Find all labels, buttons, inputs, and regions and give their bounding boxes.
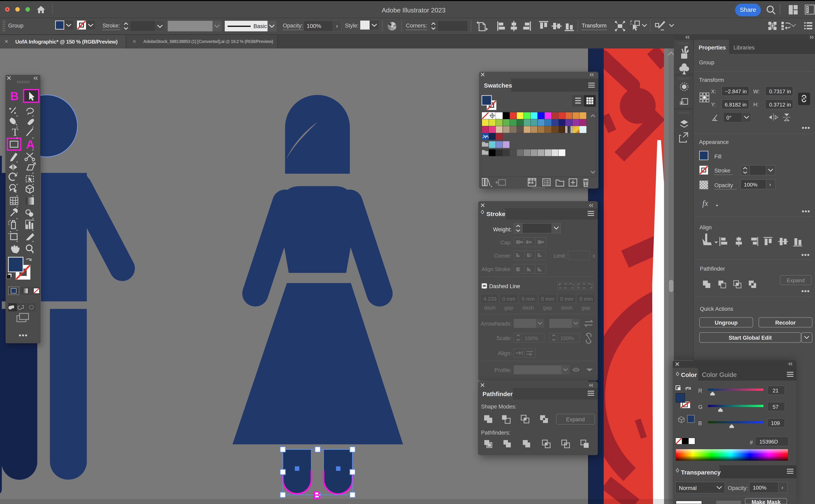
svg-text:Expand: Expand bbox=[787, 277, 805, 283]
svg-text:›: › bbox=[781, 484, 783, 491]
svg-text:R: R bbox=[698, 388, 702, 394]
svg-text:fx: fx bbox=[702, 199, 708, 208]
svg-text:Fill: Fill bbox=[714, 154, 722, 160]
svg-text:Start Global Edit: Start Global Edit bbox=[729, 335, 772, 341]
svg-text:100%: 100% bbox=[753, 485, 767, 491]
svg-text:0.3712 in: 0.3712 in bbox=[769, 102, 791, 108]
svg-text:0 mm: 0 mm bbox=[541, 296, 554, 302]
svg-text:Stroke: Stroke bbox=[714, 168, 730, 174]
svg-text:Y:: Y: bbox=[711, 101, 716, 108]
svg-text:Weight:: Weight: bbox=[493, 226, 512, 233]
svg-text:Pathfinders:: Pathfinders: bbox=[481, 430, 511, 436]
svg-text:21: 21 bbox=[773, 388, 779, 394]
svg-text:Profile:: Profile: bbox=[495, 367, 512, 373]
svg-text:Scale:: Scale: bbox=[496, 335, 512, 341]
svg-text:B: B bbox=[698, 420, 702, 426]
svg-text:Transparency: Transparency bbox=[681, 469, 721, 476]
svg-text:0 mm: 0 mm bbox=[560, 296, 573, 302]
svg-text:Expand: Expand bbox=[566, 416, 585, 423]
svg-text:Normal: Normal bbox=[679, 485, 697, 491]
svg-text:Color Guide: Color Guide bbox=[702, 371, 737, 378]
svg-text:gap: gap bbox=[504, 305, 513, 311]
svg-text:T: T bbox=[12, 126, 18, 138]
svg-text:gap: gap bbox=[543, 305, 552, 311]
svg-text:Transform: Transform bbox=[699, 77, 724, 83]
svg-text:0 mm: 0 mm bbox=[580, 296, 593, 302]
svg-text:Shape Modes:: Shape Modes: bbox=[481, 404, 517, 410]
svg-text:Opacity:: Opacity: bbox=[728, 485, 748, 491]
svg-text:dash: dash bbox=[523, 305, 534, 311]
svg-text:Align Stroke:: Align Stroke: bbox=[482, 266, 512, 272]
svg-text:A: A bbox=[26, 138, 35, 151]
svg-text:0.7317 in: 0.7317 in bbox=[769, 88, 791, 94]
svg-text:6.8182 in: 6.8182 in bbox=[725, 102, 747, 108]
svg-text:Recolor: Recolor bbox=[775, 320, 796, 326]
svg-text:109: 109 bbox=[771, 420, 780, 426]
svg-text:gap: gap bbox=[582, 305, 590, 311]
svg-text:dash: dash bbox=[484, 305, 496, 311]
svg-text:Corner:: Corner: bbox=[494, 253, 512, 259]
svg-text:100%: 100% bbox=[525, 335, 538, 341]
svg-text:−2.847 in: −2.847 in bbox=[725, 88, 747, 94]
svg-text:x: x bbox=[593, 253, 595, 259]
svg-text:Swatches: Swatches bbox=[484, 82, 512, 89]
svg-text:Limit:: Limit: bbox=[554, 253, 566, 259]
svg-text:›: › bbox=[769, 181, 771, 188]
svg-text:W:: W: bbox=[753, 88, 760, 94]
svg-text:57: 57 bbox=[773, 404, 779, 410]
svg-text:15396D: 15396D bbox=[759, 439, 778, 445]
svg-text:Ungroup: Ungroup bbox=[715, 320, 738, 326]
svg-text:X:: X: bbox=[711, 88, 716, 94]
svg-text:0 mm: 0 mm bbox=[522, 296, 535, 302]
svg-text:Dashed Line: Dashed Line bbox=[489, 283, 520, 289]
svg-text:0°: 0° bbox=[726, 115, 731, 121]
svg-text:Opacity: Opacity bbox=[714, 182, 733, 188]
svg-text:G: G bbox=[698, 404, 703, 410]
svg-text:Group: Group bbox=[699, 59, 714, 66]
svg-text:Pathfinder: Pathfinder bbox=[483, 391, 513, 397]
svg-text:Arrowheads:: Arrowheads: bbox=[481, 321, 512, 327]
svg-text:Appearance: Appearance bbox=[699, 139, 729, 145]
svg-text:4.233: 4.233 bbox=[483, 296, 497, 302]
svg-text:#: # bbox=[750, 439, 753, 446]
svg-text:dash: dash bbox=[561, 305, 572, 311]
svg-text:H:: H: bbox=[753, 101, 759, 108]
svg-text:100%: 100% bbox=[744, 182, 758, 188]
svg-text:100%: 100% bbox=[560, 335, 574, 341]
svg-text:0 mm: 0 mm bbox=[502, 296, 516, 302]
svg-text:Quick Actions: Quick Actions bbox=[700, 306, 733, 312]
svg-text:Stroke: Stroke bbox=[486, 211, 505, 217]
svg-text:Cap:: Cap: bbox=[501, 239, 512, 246]
svg-text:Libraries: Libraries bbox=[734, 45, 755, 51]
svg-text:Pathfinder: Pathfinder bbox=[700, 266, 725, 272]
svg-text:Color: Color bbox=[681, 371, 697, 378]
svg-text:Make Mask: Make Mask bbox=[752, 499, 781, 504]
svg-text:B: B bbox=[10, 89, 19, 103]
svg-text:Properties: Properties bbox=[699, 45, 726, 51]
svg-text:Align:: Align: bbox=[498, 350, 512, 356]
svg-text:Align: Align bbox=[700, 224, 712, 231]
